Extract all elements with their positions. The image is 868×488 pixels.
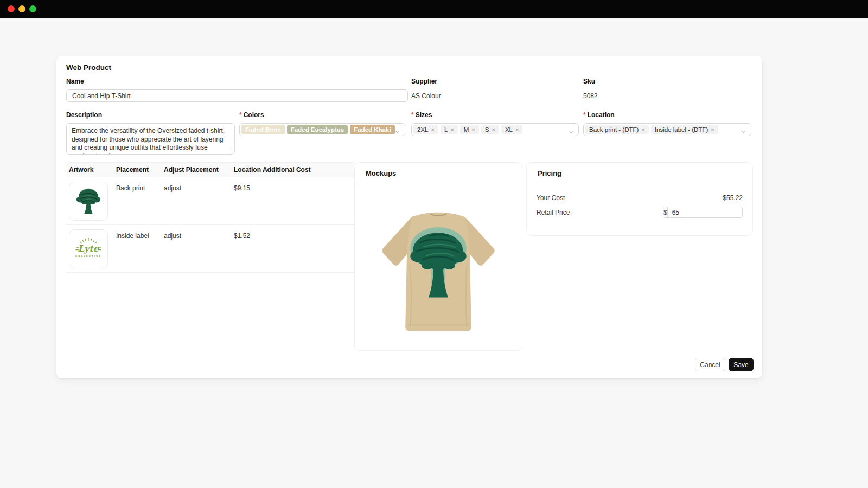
chevron-down-icon	[568, 127, 574, 137]
page-title: Web Product	[66, 63, 111, 72]
your-cost-label: Your Cost	[537, 194, 565, 202]
size-tag: M×	[460, 125, 479, 134]
adjust-link[interactable]: adjust	[164, 225, 234, 240]
tree-artwork-image	[72, 185, 105, 217]
zoom-window-button[interactable]	[29, 5, 36, 12]
colors-label: *Colors	[239, 111, 405, 119]
name-input[interactable]	[66, 89, 408, 102]
name-label: Name	[66, 78, 408, 85]
remove-tag-icon[interactable]: ×	[471, 126, 475, 133]
window-titlebar	[0, 0, 868, 18]
location-additional-cost-value: $1.52	[234, 225, 354, 240]
remove-tag-icon[interactable]: ×	[711, 126, 714, 133]
placement-value: Inside label	[116, 225, 164, 240]
tree-artwork-thumbnail[interactable]	[69, 182, 108, 221]
web-product-card: Web Product Name Supplier AS Colour Sku …	[56, 56, 762, 378]
color-tag-faded-khaki: Faded Khaki	[350, 125, 394, 134]
size-tag: 2XL×	[413, 125, 438, 134]
save-button[interactable]: Save	[729, 358, 754, 371]
size-tag: XL×	[501, 125, 523, 134]
remove-tag-icon[interactable]: ×	[515, 126, 519, 133]
column-header-location-additional-cost: Location Additional Cost	[234, 166, 354, 174]
table-row: Back print adjust $9.15	[66, 177, 354, 225]
column-header-artwork: Artwork	[69, 166, 116, 174]
location-additional-cost-value: $9.15	[234, 177, 354, 192]
your-cost-value: $55.22	[723, 194, 743, 202]
lyte-collective-logo-image: Lyte COLLECTIVE	[72, 236, 105, 262]
location-select[interactable]: Back print - (DTF)× Inside label - (DTF)…	[583, 123, 751, 136]
svg-text:COLLECTIVE: COLLECTIVE	[75, 255, 101, 258]
retail-price-group: $	[663, 207, 743, 218]
supplier-label: Supplier	[411, 78, 574, 85]
location-tag: Back print - (DTF)×	[585, 125, 649, 134]
sizes-select[interactable]: 2XL× L× M× S× XL×	[411, 123, 579, 136]
cancel-button[interactable]: Cancel	[695, 358, 725, 371]
color-tag-faded-bone: Faded Bone	[241, 125, 285, 134]
chevron-down-icon	[394, 127, 400, 137]
remove-tag-icon[interactable]: ×	[641, 126, 644, 133]
sku-value: 5082	[583, 92, 746, 100]
adjust-link[interactable]: adjust	[164, 177, 234, 192]
retail-price-input[interactable]	[668, 207, 743, 217]
tshirt-back-mockup-image	[365, 191, 512, 347]
remove-tag-icon[interactable]: ×	[450, 126, 454, 133]
location-tag: Inside label - (DTF)×	[651, 125, 718, 134]
description-textarea[interactable]: Embrace the versatility of the Oversized…	[66, 123, 235, 155]
minimize-window-button[interactable]	[18, 5, 25, 12]
column-header-adjust-placement: Adjust Placement	[164, 166, 234, 174]
sku-label: Sku	[583, 78, 746, 85]
retail-price-label: Retail Price	[537, 209, 570, 216]
artwork-table: Artwork Placement Adjust Placement Locat…	[66, 162, 354, 273]
pricing-title: Pricing	[527, 163, 752, 184]
column-header-placement: Placement	[116, 166, 164, 174]
pricing-panel: Pricing Your Cost $55.22 Retail Price $	[526, 162, 753, 236]
chevron-down-icon	[741, 127, 746, 137]
location-label: *Location	[583, 111, 751, 119]
size-tag: S×	[481, 125, 499, 134]
currency-prefix: $	[663, 207, 668, 217]
colors-select[interactable]: Faded Bone Faded Eucalyptus Faded Khaki	[239, 123, 405, 136]
mockups-title: Mockups	[355, 163, 522, 184]
table-row: Lyte COLLECTIVE Inside label adjust $1.5…	[66, 225, 354, 273]
supplier-value: AS Colour	[411, 92, 574, 100]
artwork-table-header: Artwork Placement Adjust Placement Locat…	[66, 162, 354, 177]
placement-value: Back print	[116, 177, 164, 192]
remove-tag-icon[interactable]: ×	[492, 126, 495, 133]
required-asterisk: *	[239, 111, 242, 119]
color-tag-faded-eucalyptus: Faded Eucalyptus	[287, 125, 348, 134]
lyte-collective-logo-thumbnail[interactable]: Lyte COLLECTIVE	[69, 229, 108, 268]
required-asterisk: *	[411, 111, 414, 119]
mockups-panel: Mockups	[354, 162, 522, 351]
size-tag: L×	[441, 125, 458, 134]
remove-tag-icon[interactable]: ×	[431, 126, 434, 133]
close-window-button[interactable]	[8, 5, 15, 12]
description-label: Description	[66, 111, 235, 119]
svg-text:Lyte: Lyte	[78, 243, 100, 254]
required-asterisk: *	[583, 111, 586, 119]
sizes-label: *Sizes	[411, 111, 579, 119]
